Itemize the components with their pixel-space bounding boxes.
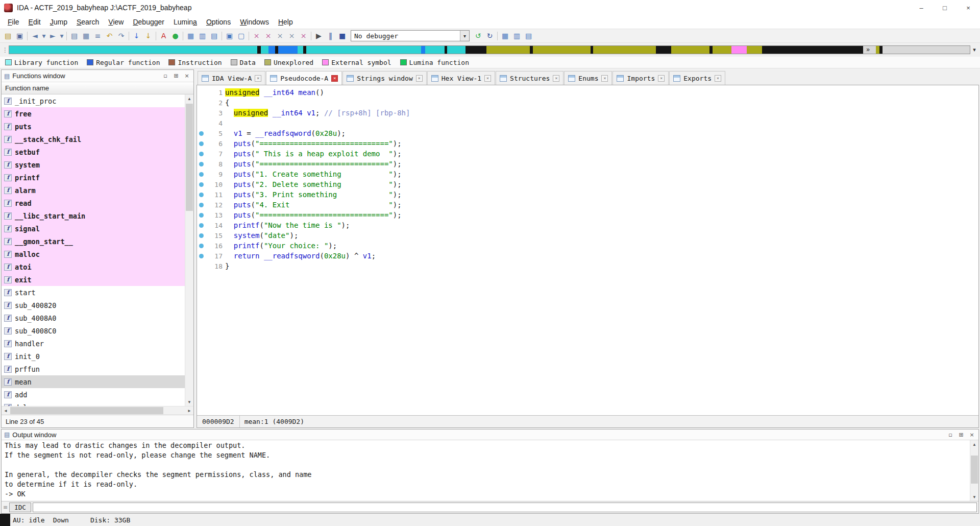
scroll-up-icon[interactable]: ▲: [185, 94, 193, 103]
close-panel-icon[interactable]: ×: [968, 431, 976, 439]
tab-hex-view-1[interactable]: Hex View-1×: [427, 71, 495, 85]
open-enums-icon[interactable]: ▥: [197, 30, 208, 42]
code-line[interactable]: 14 printf("Now the time is ");: [197, 220, 978, 230]
tab-close-icon[interactable]: ×: [484, 75, 491, 82]
code-line[interactable]: 18}: [197, 261, 978, 271]
cancel-icon[interactable]: ×: [298, 30, 309, 42]
code-line[interactable]: 6 puts("==============================")…: [197, 138, 978, 149]
navband-grip-icon[interactable]: ⋮: [2, 45, 9, 55]
function-row[interactable]: f__libc_start_main: [2, 209, 185, 222]
code-line[interactable]: 7 puts(" This is a heap exploit demo ");: [197, 149, 978, 159]
function-row[interactable]: fsub_4008C0: [2, 324, 185, 337]
menu-edit[interactable]: Edit: [24, 16, 45, 28]
function-row[interactable]: fadd: [2, 388, 185, 401]
function-row[interactable]: fsub_4008A0: [2, 312, 185, 324]
close-window-icon[interactable]: ×: [251, 30, 262, 42]
tab-strings-window[interactable]: Strings window×: [342, 71, 427, 85]
code-line[interactable]: 4: [197, 118, 978, 128]
undo-icon[interactable]: ↶: [104, 30, 115, 42]
function-row[interactable]: fmean: [2, 375, 185, 388]
menu-jump[interactable]: Jump: [45, 16, 72, 28]
open-structures-icon[interactable]: ▦: [185, 30, 197, 42]
tab-close-icon[interactable]: ×: [255, 75, 261, 82]
tab-exports[interactable]: Exports×: [669, 71, 725, 85]
float-panel-icon[interactable]: ▫: [946, 431, 954, 439]
scroll-left-icon[interactable]: ◄: [2, 407, 10, 415]
output-lines[interactable]: This may lead to drastic changes in the …: [2, 440, 970, 501]
tab-enums[interactable]: Enums×: [564, 71, 612, 85]
lumina-icon[interactable]: ●: [169, 30, 181, 42]
hscroll-thumb[interactable]: [10, 407, 163, 414]
tab-close-icon[interactable]: ×: [416, 75, 423, 82]
tab-structures[interactable]: Structures×: [496, 71, 564, 85]
dock-panel-icon[interactable]: ⊞: [172, 72, 180, 80]
function-row[interactable]: fsystem: [2, 158, 185, 171]
functions-vscrollbar[interactable]: ▲ ▼: [185, 94, 193, 406]
vscroll-thumb[interactable]: [186, 104, 193, 211]
code-line[interactable]: 1unsigned __int64 mean(): [197, 87, 978, 98]
start-process-icon[interactable]: ▶: [313, 30, 325, 42]
function-row[interactable]: fexit: [2, 273, 185, 286]
thread-list-icon[interactable]: ▤: [523, 30, 534, 42]
windows-list-icon[interactable]: ▣: [224, 30, 235, 42]
desktop-icon[interactable]: ▢: [235, 30, 247, 42]
menu-help[interactable]: Help: [274, 16, 298, 28]
tab-close-icon[interactable]: ×: [553, 75, 559, 82]
menu-options[interactable]: Options: [202, 16, 235, 28]
code-line[interactable]: 3 unsigned __int64 v1; // [rsp+8h] [rbp-…: [197, 108, 978, 118]
jump-prev-icon[interactable]: ↓: [142, 30, 154, 42]
code-line[interactable]: 11 puts("3. Print something ");: [197, 189, 978, 200]
functions-hscrollbar[interactable]: ◄ ►: [2, 406, 193, 415]
redo-icon[interactable]: ↷: [115, 30, 127, 42]
minimize-button[interactable]: –: [910, 0, 933, 15]
navband-menu-icon[interactable]: ▾: [970, 45, 978, 55]
refresh-memory-icon[interactable]: ↻: [484, 30, 496, 42]
navigate-forward-history-icon[interactable]: ▾: [59, 30, 65, 42]
function-row[interactable]: fread: [2, 197, 185, 209]
dock-panel-icon[interactable]: ⊞: [957, 431, 965, 439]
close-button[interactable]: ×: [957, 0, 980, 15]
graph-view-icon[interactable]: ▦: [80, 30, 92, 42]
function-row[interactable]: f__stack_chk_fail: [2, 133, 185, 146]
function-row[interactable]: fputs: [2, 120, 185, 133]
menu-view[interactable]: View: [104, 16, 128, 28]
strings-icon[interactable]: A: [158, 30, 169, 42]
stop-process-icon[interactable]: ■: [336, 30, 348, 42]
scroll-down-icon[interactable]: ▼: [185, 398, 193, 406]
tab-close-icon[interactable]: ×: [601, 75, 608, 82]
output-vscrollbar[interactable]: ▲ ▼: [970, 440, 978, 501]
output-scroll-thumb[interactable]: [971, 456, 978, 484]
scroll-down-icon[interactable]: ▼: [970, 493, 978, 501]
detach-icon[interactable]: ×: [274, 30, 286, 42]
function-row[interactable]: fdel: [2, 401, 185, 406]
navigation-band[interactable]: »: [9, 45, 970, 54]
function-row[interactable]: f__gmon_start__: [2, 235, 185, 248]
function-row[interactable]: fsetbuf: [2, 146, 185, 158]
idc-language-selector[interactable]: IDC: [9, 503, 31, 512]
navigate-forward-icon[interactable]: ►: [47, 30, 59, 42]
function-row[interactable]: finit_0: [2, 350, 185, 363]
scroll-right-icon[interactable]: ►: [185, 407, 193, 415]
navigate-back-icon[interactable]: ◄: [29, 30, 41, 42]
function-row[interactable]: fhandler: [2, 337, 185, 350]
terminate-icon[interactable]: ×: [286, 30, 298, 42]
function-row[interactable]: fatoi: [2, 260, 185, 273]
tab-imports[interactable]: Imports×: [612, 71, 669, 85]
functions-list-icon[interactable]: ▤: [68, 30, 80, 42]
function-row[interactable]: falarm: [2, 184, 185, 197]
function-row[interactable]: fprintf: [2, 171, 185, 184]
kill-process-icon[interactable]: ×: [262, 30, 274, 42]
tab-close-icon[interactable]: ×: [658, 75, 665, 82]
navigate-back-history-icon[interactable]: ▾: [41, 30, 47, 42]
function-row[interactable]: fstart: [2, 286, 185, 299]
code-line[interactable]: 13 puts("=============================="…: [197, 210, 978, 220]
function-name-column-header[interactable]: Function name: [2, 82, 193, 94]
open-file-icon[interactable]: ▤: [2, 30, 14, 42]
open-segments-icon[interactable]: ▤: [208, 30, 220, 42]
maximize-button[interactable]: □: [933, 0, 957, 15]
menu-search[interactable]: Search: [72, 16, 104, 28]
pause-process-icon[interactable]: ‖: [325, 30, 336, 42]
float-panel-icon[interactable]: ▫: [161, 72, 169, 80]
code-line[interactable]: 5 v1 = __readfsqword(0x28u);: [197, 128, 978, 138]
code-line[interactable]: 12 puts("4. Exit ");: [197, 200, 978, 210]
